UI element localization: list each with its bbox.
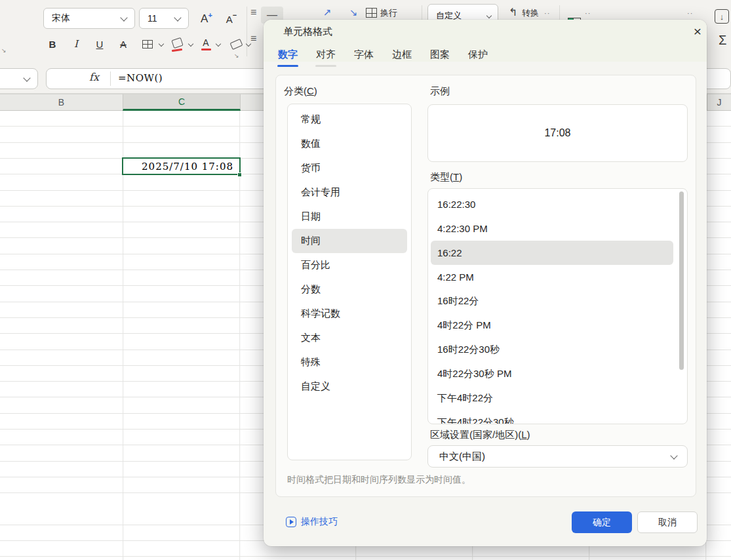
font-name-combo[interactable]: 宋体 <box>43 8 135 29</box>
play-icon <box>286 517 296 527</box>
type-item-selected[interactable]: 16:22 <box>431 241 673 265</box>
text-orientation-down-icon[interactable]: ↘ <box>349 7 358 18</box>
chevron-down-icon <box>486 13 492 18</box>
category-item-custom[interactable]: 自定义 <box>288 374 411 399</box>
category-item-special[interactable]: 特殊 <box>288 350 411 374</box>
chevron-down-icon <box>120 14 127 21</box>
ribbon-group-divider <box>247 7 247 56</box>
convert-label[interactable]: 转换 <box>522 7 539 19</box>
fill-color-icon <box>171 37 183 49</box>
wrap-text-icon[interactable] <box>366 8 377 18</box>
align-left-icon[interactable]: ≡ <box>250 33 256 45</box>
app-window: 宋体 11 A+ A− ≡ B I U A A ≡ ↘ ↘ — ↗ ↘ 换行 自… <box>0 0 731 560</box>
type-item[interactable]: 4:22 PM <box>428 265 687 289</box>
group-expand-icon[interactable]: ↘ <box>234 52 239 59</box>
bold-button[interactable]: B <box>45 34 60 54</box>
underline-button[interactable]: U <box>92 34 108 54</box>
category-item-number[interactable]: 数值 <box>288 132 411 156</box>
scrollbar-thumb[interactable] <box>679 191 684 370</box>
selected-cell[interactable]: 2025/7/10 17:08 <box>122 157 241 175</box>
type-item[interactable]: 16时22分 <box>428 289 687 313</box>
more-icon[interactable]: ·· <box>585 9 591 17</box>
example-label: 示例 <box>430 85 450 98</box>
more-icon[interactable]: ·· <box>544 9 550 17</box>
tab-pattern[interactable]: 图案 <box>430 49 450 67</box>
type-item[interactable]: 下午4时22分 <box>428 386 687 410</box>
dialog-tabs: 数字 对齐 字体 边框 图案 保护 <box>278 49 488 67</box>
chevron-down-icon <box>174 14 181 21</box>
selected-cell-value: 2025/7/10 17:08 <box>142 161 233 172</box>
category-item-fraction[interactable]: 分数 <box>288 277 411 302</box>
example-box: 17:08 <box>427 104 688 162</box>
category-label: 分类(C) <box>284 85 317 98</box>
tips-link[interactable]: 操作技巧 <box>286 516 338 528</box>
category-item-date[interactable]: 日期 <box>288 205 411 229</box>
cancel-button[interactable]: 取消 <box>637 511 698 533</box>
decrease-font-button[interactable]: A− <box>220 10 243 28</box>
category-item-accounting[interactable]: 会计专用 <box>288 180 411 205</box>
region-value: 中文(中国) <box>428 450 671 463</box>
category-item-text[interactable]: 文本 <box>288 326 411 350</box>
strikethrough-button[interactable]: A <box>115 34 131 54</box>
insert-function-button[interactable]: fx <box>89 71 99 83</box>
increase-font-button[interactable]: A+ <box>195 10 218 28</box>
column-header-j[interactable]: J <box>707 94 731 111</box>
type-item[interactable]: 下午4时22分30秒 <box>428 410 687 424</box>
category-item-currency[interactable]: 货币 <box>288 156 411 180</box>
region-label: 区域设置(国家/地区)(L) <box>430 429 530 441</box>
type-item[interactable]: 4时22分30秒 PM <box>428 362 687 386</box>
borders-button[interactable] <box>138 34 157 54</box>
cell-format-dialog: 单元格格式 × 数字 对齐 字体 边框 图案 保护 分类(C) 常规 数值 货币… <box>264 20 707 546</box>
formula-bar-divider <box>110 71 111 86</box>
type-item[interactable]: 16:22:30 <box>428 192 687 216</box>
tab-alignment[interactable]: 对齐 <box>316 49 336 67</box>
column-header-filler <box>241 94 264 111</box>
format-hint: 时间格式把日期和时间序列数显示为时间值。 <box>287 474 471 486</box>
tips-label: 操作技巧 <box>301 516 338 528</box>
name-box[interactable] <box>0 68 38 89</box>
tab-protection[interactable]: 保护 <box>468 49 488 67</box>
type-list: 16:22:30 4:22:30 PM 16:22 4:22 PM 16时22分… <box>427 188 688 424</box>
align-top-icon[interactable]: ≡ <box>250 7 256 18</box>
category-item-general[interactable]: 常规 <box>288 108 411 132</box>
tab-number[interactable]: 数字 <box>278 49 298 67</box>
more-icon[interactable]: ·· <box>687 9 693 17</box>
tab-border[interactable]: 边框 <box>392 49 412 67</box>
category-item-percentage[interactable]: 百分比 <box>288 253 411 277</box>
category-item-time[interactable]: 时间 <box>292 229 407 253</box>
font-size-combo[interactable]: 11 <box>139 8 189 29</box>
dialog-title: 单元格格式 <box>283 26 332 38</box>
column-header-b[interactable]: B <box>0 94 123 111</box>
region-select[interactable]: 中文(中国) <box>427 445 688 468</box>
eraser-icon <box>229 39 243 50</box>
fill-handle[interactable] <box>237 172 242 177</box>
type-item[interactable]: 4时22分 PM <box>428 313 687 338</box>
fill-color-button[interactable] <box>168 34 186 54</box>
text-orientation-up-icon[interactable]: ↗ <box>323 7 332 18</box>
example-value: 17:08 <box>544 127 570 139</box>
borders-icon <box>142 40 153 49</box>
close-icon[interactable]: × <box>690 24 705 39</box>
column-header-c[interactable]: C <box>123 94 241 111</box>
eraser-button[interactable] <box>227 34 245 54</box>
chevron-down-icon <box>23 74 30 81</box>
font-size-value: 11 <box>140 13 175 24</box>
group-expand-icon[interactable]: ↘ <box>1 47 7 54</box>
ribbon-group-divider <box>422 5 422 20</box>
type-label: 类型(T) <box>430 171 462 184</box>
italic-button[interactable]: I <box>68 34 84 54</box>
type-item[interactable]: 4:22:30 PM <box>428 216 687 241</box>
fill-down-icon[interactable]: ↓ <box>715 9 729 24</box>
font-color-swatch <box>201 49 211 50</box>
formula-input[interactable]: =NOW() <box>118 72 163 84</box>
wrap-text-label[interactable]: 换行 <box>380 7 397 19</box>
type-item[interactable]: 16时22分30秒 <box>428 338 687 362</box>
category-list: 常规 数值 货币 会计专用 日期 时间 百分比 分数 科学记数 文本 特殊 自定… <box>287 104 412 460</box>
category-item-scientific[interactable]: 科学记数 <box>288 302 411 326</box>
autosum-icon[interactable]: Σ <box>719 33 726 48</box>
chevron-down-icon <box>670 452 677 459</box>
tab-font[interactable]: 字体 <box>354 49 374 67</box>
ok-button[interactable]: 确定 <box>572 511 632 533</box>
convert-icon[interactable]: ↰ <box>509 6 517 18</box>
font-color-button[interactable]: A <box>198 34 214 54</box>
